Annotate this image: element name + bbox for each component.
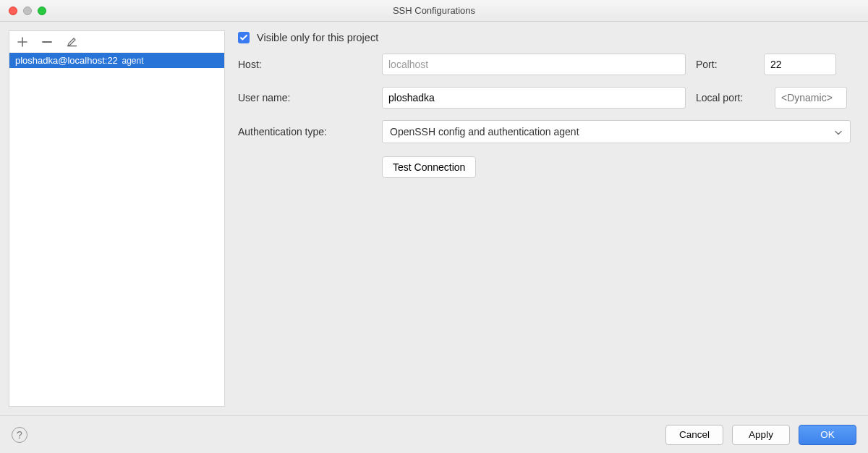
- list-item-label: ploshadka@localhost:22: [15, 55, 118, 66]
- port-label: Port:: [696, 59, 754, 70]
- config-list-toolbar: [9, 31, 224, 53]
- auth-type-label: Authentication type:: [238, 126, 372, 137]
- port-input[interactable]: [764, 54, 836, 75]
- cancel-button[interactable]: Cancel: [665, 425, 723, 445]
- local-port-label: Local port:: [696, 92, 765, 103]
- visible-only-label: Visible only for this project: [257, 32, 378, 43]
- list-item-suffix: agent: [122, 56, 143, 66]
- username-input[interactable]: [382, 87, 686, 109]
- list-item[interactable]: ploshadka@localhost:22 agent: [9, 53, 224, 68]
- remove-icon[interactable]: [41, 36, 53, 48]
- window-title: SSH Configurations: [0, 5, 868, 16]
- auth-row: Authentication type: OpenSSH config and …: [238, 120, 851, 143]
- auth-type-select[interactable]: OpenSSH config and authentication agent: [382, 120, 851, 143]
- add-icon[interactable]: [17, 36, 28, 48]
- host-input[interactable]: [382, 54, 686, 75]
- host-row: Host: Port:: [238, 54, 851, 75]
- test-connection-button[interactable]: Test Connection: [382, 156, 476, 178]
- config-list-panel: ploshadka@localhost:22 agent: [9, 30, 225, 407]
- ok-button[interactable]: OK: [799, 425, 856, 445]
- edit-icon[interactable]: [66, 36, 77, 48]
- local-port-input[interactable]: [775, 87, 847, 109]
- visible-only-row: Visible only for this project: [238, 32, 851, 43]
- close-icon[interactable]: [9, 7, 17, 15]
- user-row: User name: Local port:: [238, 87, 851, 109]
- user-label: User name:: [238, 92, 372, 103]
- auth-type-value: OpenSSH config and authentication agent: [390, 126, 579, 137]
- minimize-icon[interactable]: [23, 7, 32, 15]
- form-panel: Visible only for this project Host: Port…: [225, 22, 868, 415]
- content-area: ploshadka@localhost:22 agent Visible onl…: [0, 22, 868, 415]
- dialog-footer: ? Cancel Apply OK: [0, 415, 868, 453]
- traffic-lights: [9, 7, 46, 15]
- host-label: Host:: [238, 59, 372, 70]
- maximize-icon[interactable]: [38, 7, 46, 15]
- titlebar: SSH Configurations: [0, 0, 868, 22]
- apply-button[interactable]: Apply: [732, 425, 790, 445]
- help-icon[interactable]: ?: [12, 427, 27, 443]
- visible-only-checkbox[interactable]: Visible only for this project: [238, 32, 378, 43]
- config-list[interactable]: ploshadka@localhost:22 agent: [9, 53, 224, 406]
- check-icon: [238, 32, 250, 43]
